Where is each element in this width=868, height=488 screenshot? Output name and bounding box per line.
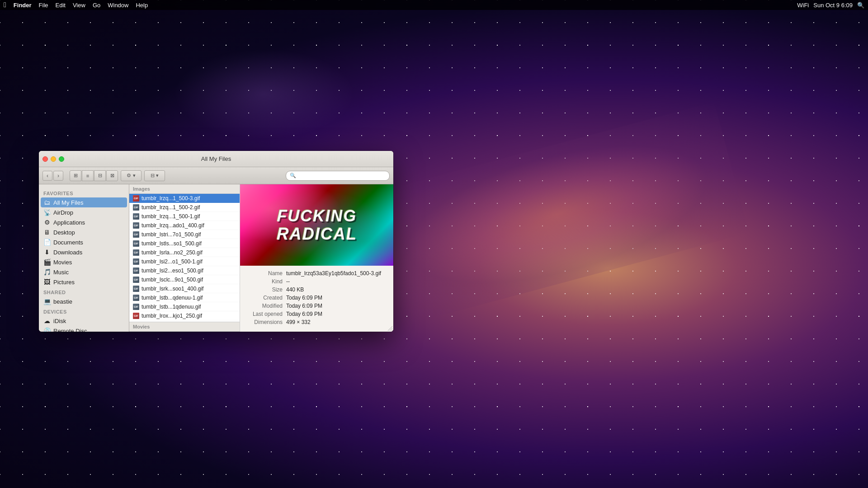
menubar-go[interactable]: Go — [93, 2, 100, 9]
file-icon: GIF — [133, 304, 139, 310]
file-item[interactable]: GIF tumblr_lrzq...1_500-3.gif — [129, 194, 240, 203]
desktop:  Finder File Edit View Go Window Help W… — [0, 0, 868, 488]
title-bar: All My Files — [39, 151, 393, 167]
arrange-button[interactable]: ⊟ ▾ — [144, 170, 165, 181]
view-cover-button[interactable]: ⊠ — [106, 170, 118, 181]
info-row-kind: Kind -- — [245, 278, 388, 285]
name-label: Name — [245, 270, 286, 277]
action-button[interactable]: ⚙ ▾ — [121, 170, 142, 181]
sidebar-item-remote-disc[interactable]: 💿 Remote Disc — [39, 326, 129, 332]
preview-image: FUCKING RADICAL — [240, 184, 393, 266]
sidebar-label-desktop: Desktop — [53, 229, 75, 236]
size-label: Size — [245, 286, 286, 293]
info-row-created: Created Today 6:09 PM — [245, 295, 388, 301]
file-name: tumblr_lsrk...soo1_400.gif — [142, 286, 203, 292]
menubar-clock: Sun Oct 9 6:09 — [813, 2, 853, 9]
sidebar-item-music[interactable]: 🎵 Music — [39, 267, 129, 277]
view-icon-button[interactable]: ⊞ — [70, 170, 81, 181]
name-value: tumblr_lrzq53a3Ey1qb5fado1_500-3.gif — [286, 270, 388, 277]
file-name: tumblr_lrzq...1_500-3.gif — [142, 195, 200, 202]
sidebar-item-desktop[interactable]: 🖥 Desktop — [39, 227, 129, 237]
shared-section-label: SHARED — [39, 287, 129, 296]
created-label: Created — [245, 295, 286, 301]
file-name: tumblr_lstb...1qdenuu.gif — [142, 304, 201, 310]
sidebar-item-airdrop[interactable]: 📡 AirDrop — [39, 207, 129, 217]
sidebar-label-idisk: iDisk — [53, 318, 66, 324]
preview-text-line2: RADICAL — [276, 225, 358, 243]
info-row-name: Name tumblr_lrzq53a3Ey1qb5fado1_500-3.gi… — [245, 270, 388, 277]
sidebar-label-remote-disc: Remote Disc — [53, 328, 87, 332]
close-button[interactable] — [42, 156, 48, 162]
devices-section-label: DEVICES — [39, 306, 129, 316]
dimensions-label: Dimensions — [245, 319, 286, 325]
file-name: tumblr_lstls...so1_500.gif — [142, 240, 202, 247]
file-item[interactable]: GIF tumblr_lrzq...ado1_400.gif — [129, 221, 240, 230]
menubar-left:  Finder File Edit View Go Window Help — [4, 1, 148, 9]
menubar-edit[interactable]: Edit — [56, 2, 66, 9]
pictures-icon: 🖼 — [43, 278, 51, 286]
menubar-search-icon[interactable]: 🔍 — [857, 2, 864, 9]
nebula2-decoration — [174, 49, 354, 139]
file-item[interactable]: GIF tumblr_lrzq...1_500-1.gif — [129, 212, 240, 221]
file-item[interactable]: GIF tumblr_lrox...kjo1_250.gif — [129, 311, 240, 320]
menubar-finder[interactable]: Finder — [14, 2, 32, 9]
file-item[interactable]: GIF tumblr_lsrla...no2_250.gif — [129, 248, 240, 257]
sidebar-label-airdrop: AirDrop — [53, 209, 73, 216]
file-item[interactable]: GIF tumblr_lsi2...o1_500-1.gif — [129, 257, 240, 266]
apple-menu[interactable]:  — [4, 1, 6, 9]
sidebar-item-all-my-files[interactable]: 🗂 All My Files — [41, 197, 127, 207]
sidebar-item-applications[interactable]: ⚙ Applications — [39, 217, 129, 227]
menubar-file[interactable]: File — [39, 2, 48, 9]
sidebar-label-beastie: beastie — [53, 298, 72, 305]
sidebar-item-documents[interactable]: 📄 Documents — [39, 237, 129, 247]
file-name: tumblr_lsrla...no2_250.gif — [142, 249, 203, 256]
menubar-help[interactable]: Help — [136, 2, 148, 9]
file-name: tumblr_lrox...kjo1_250.gif — [142, 313, 202, 319]
remote-disc-icon: 💿 — [43, 327, 51, 332]
sidebar-label-downloads: Downloads — [53, 249, 82, 256]
file-item[interactable]: GIF tumblr_lstls...so1_500.gif — [129, 239, 240, 248]
view-list-button[interactable]: ≡ — [82, 170, 94, 181]
menubar-window[interactable]: Window — [108, 2, 128, 9]
window-title: All My Files — [201, 155, 231, 162]
forward-button[interactable]: › — [53, 171, 63, 181]
file-item[interactable]: GIF tumblr_lrzq...1_500-2.gif — [129, 203, 240, 212]
file-icon: GIF — [133, 222, 139, 229]
search-box[interactable]: 🔍 — [286, 171, 390, 181]
file-item[interactable]: GIF tumblr_lsrk...soo1_400.gif — [129, 284, 240, 293]
file-item[interactable]: GIF tumblr_lstri...7o1_500.gif — [129, 230, 240, 239]
kind-label: Kind — [245, 278, 286, 285]
sidebar-item-movies[interactable]: 🎬 Movies — [39, 257, 129, 267]
back-button[interactable]: ‹ — [42, 171, 52, 181]
sidebar-item-downloads[interactable]: ⬇ Downloads — [39, 247, 129, 257]
toolbar: ‹ › ⊞ ≡ ⊟ ⊠ ⚙ ▾ ⊟ ▾ 🔍 — [39, 167, 393, 184]
created-value: Today 6:09 PM — [286, 295, 388, 301]
last-opened-label: Last opened — [245, 311, 286, 317]
resize-icon — [388, 326, 392, 331]
file-item[interactable]: GIF tumblr_lstb...qdenuu-1.gif — [129, 293, 240, 302]
sidebar-item-beastie[interactable]: 💻 beastie — [39, 296, 129, 306]
maximize-button[interactable] — [59, 156, 64, 162]
file-name: tumblr_lsi2...eso1_500.gif — [142, 267, 203, 274]
file-item[interactable]: GIF tumblr_lsi2...eso1_500.gif — [129, 266, 240, 275]
file-item[interactable]: GIF tumblr_lsclc...9o1_500.gif — [129, 275, 240, 284]
search-input[interactable] — [298, 173, 386, 179]
info-row-modified: Modified Today 6:09 PM — [245, 303, 388, 309]
kind-value: -- — [286, 278, 388, 285]
finder-window: All My Files ‹ › ⊞ ≡ ⊟ ⊠ ⚙ ▾ ⊟ ▾ 🔍 — [39, 151, 393, 332]
dimensions-value: 499 × 332 — [286, 319, 388, 325]
file-icon: GIF — [133, 231, 139, 238]
sidebar-item-idisk[interactable]: ☁ iDisk — [39, 316, 129, 326]
menubar-view[interactable]: View — [73, 2, 85, 9]
file-icon: GIF — [133, 267, 139, 274]
documents-icon: 📄 — [43, 239, 51, 246]
sidebar-label-documents: Documents — [53, 239, 83, 246]
sidebar-label-music: Music — [53, 269, 69, 276]
file-icon: GIF — [133, 213, 139, 220]
view-column-button[interactable]: ⊟ — [94, 170, 106, 181]
sidebar-item-pictures[interactable]: 🖼 Pictures — [39, 277, 129, 287]
resize-handle[interactable] — [387, 325, 393, 332]
file-name: tumblr_lstb...qdenuu-1.gif — [142, 295, 203, 301]
minimize-button[interactable] — [51, 156, 56, 162]
file-item[interactable]: GIF tumblr_lstb...1qdenuu.gif — [129, 302, 240, 311]
